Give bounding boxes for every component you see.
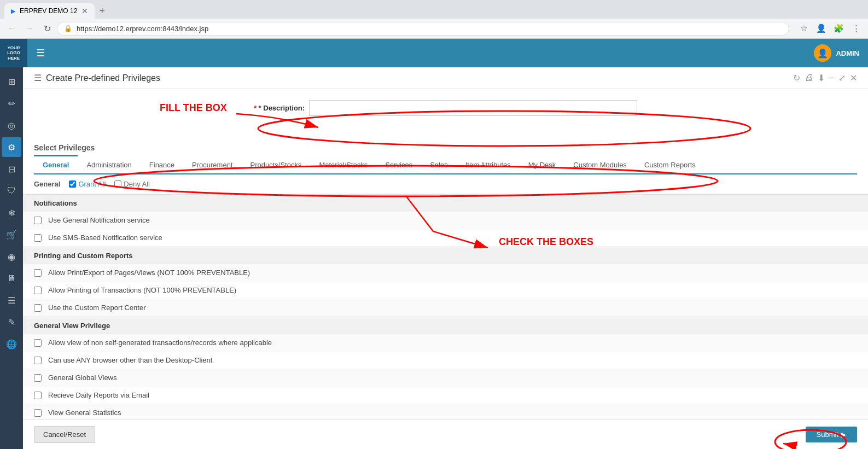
user-name: ADMIN	[836, 49, 859, 57]
sidebar-item-cart[interactable]: 🛒	[2, 225, 21, 244]
browser-chrome: ▶ ERPREV DEMO 12 ✕ + ← → ↻ 🔒 https://dem…	[0, 0, 868, 39]
sidebar-item-target[interactable]: ◉	[2, 247, 21, 266]
sidebar-item-settings[interactable]: ⚙	[2, 137, 21, 157]
tab-my-desk[interactable]: My Desk	[520, 156, 565, 174]
tab-general[interactable]: General	[34, 156, 78, 174]
tab-finance[interactable]: Finance	[141, 156, 183, 174]
sidebar-item-dashboard[interactable]: ⊞	[2, 72, 21, 91]
sidebar-item-layers[interactable]: ☰	[2, 290, 21, 310]
sidebar-item-edit[interactable]: ✏	[2, 94, 21, 113]
download-button[interactable]: ⬇	[818, 73, 825, 83]
checkbox-non-self-generated-label[interactable]: Allow view of non self-generated transac…	[48, 339, 272, 347]
back-button[interactable]: ←	[4, 21, 20, 36]
notifications-section: Notifications Use General Notification s…	[23, 194, 868, 247]
hamburger-button[interactable]: ☰	[36, 47, 45, 59]
tab-material-stocks[interactable]: Material/Stocks	[310, 156, 376, 174]
cancel-button[interactable]: Cancel/Reset	[34, 426, 95, 443]
tab-administration[interactable]: Administration	[78, 156, 140, 174]
tab-products-stocks[interactable]: Products/Stocks	[241, 156, 310, 174]
new-tab-button[interactable]: +	[99, 6, 105, 16]
main-content: ☰ Create Pre-defined Privileges ↻ 🖨 ⬇ – …	[23, 67, 868, 449]
expand-button[interactable]: ⤢	[838, 73, 846, 83]
checkbox-non-self-generated[interactable]	[34, 339, 42, 347]
sidebar-item-pencil[interactable]: ✎	[2, 312, 21, 332]
tab-procurement[interactable]: Procurement	[183, 156, 241, 174]
tab-content: General Grant All Deny All Notifications	[23, 174, 868, 422]
form-area: * * Description:	[23, 89, 868, 138]
sidebar-item-snowflake[interactable]: ❄	[2, 203, 21, 223]
tab-sales[interactable]: Sales	[421, 156, 457, 174]
address-text: https://demo12.erprev.com:8443/index.jsp	[77, 25, 782, 33]
print-button[interactable]: 🖨	[805, 73, 813, 83]
tab-close-button[interactable]: ✕	[81, 7, 88, 15]
checkbox-print-export-label[interactable]: Allow Print/Export of Pages/Views (NOT 1…	[48, 269, 250, 277]
logo: YOUR LOGO HERE	[0, 39, 27, 67]
checkbox-print-transactions-label[interactable]: Allow Printing of Transactions (NOT 100%…	[48, 286, 236, 294]
submit-button[interactable]: Submit ▶	[806, 427, 857, 442]
browser-tab[interactable]: ▶ ERPREV DEMO 12 ✕	[4, 3, 95, 19]
tab-custom-reports[interactable]: Custom Reports	[636, 156, 704, 174]
list-item: General Global Views	[23, 369, 868, 387]
checkbox-print-transactions[interactable]	[34, 287, 42, 294]
sidebar-item-globe[interactable]: 🌐	[2, 334, 21, 354]
bookmark-button[interactable]: ☆	[796, 21, 811, 36]
checkbox-any-browser[interactable]	[34, 357, 42, 364]
checkbox-custom-report-label[interactable]: Use the Custom Report Center	[48, 304, 145, 312]
deny-all-checkbox[interactable]	[114, 180, 121, 188]
checkbox-global-views-label[interactable]: General Global Views	[48, 374, 117, 382]
checkbox-daily-reports[interactable]	[34, 392, 42, 399]
required-star: *	[254, 104, 257, 112]
checkbox-general-stats[interactable]	[34, 409, 42, 417]
reload-button[interactable]: ↻	[39, 21, 55, 36]
address-bar[interactable]: 🔒 https://demo12.erprev.com:8443/index.j…	[57, 22, 789, 36]
nav-extras: ☆ 👤 🧩 ⋮	[796, 21, 864, 36]
checkbox-notification-general[interactable]	[34, 217, 42, 224]
list-item: Allow Printing of Transactions (NOT 100%…	[23, 282, 868, 299]
forward-button[interactable]: →	[22, 21, 37, 36]
sidebar-item-list[interactable]: ⊟	[2, 159, 21, 179]
general-view-section: General View Privilege Allow view of non…	[23, 317, 868, 422]
refresh-button[interactable]: ↻	[793, 73, 800, 83]
description-input[interactable]	[309, 100, 637, 116]
page-title: Create Pre-defined Privileges	[46, 73, 160, 83]
checkbox-custom-report[interactable]	[34, 304, 42, 312]
checkbox-global-views[interactable]	[34, 374, 42, 382]
general-view-header: General View Privilege	[23, 317, 868, 334]
user-account-button[interactable]: 👤	[813, 21, 829, 36]
checkbox-any-browser-label[interactable]: Can use ANY browser other than the Deskt…	[48, 356, 212, 364]
sidebar-item-monitor[interactable]: 🖥	[2, 269, 21, 288]
scrollable-content: FILL THE BOX CHECK THE BOXES	[23, 89, 868, 449]
checkbox-print-export[interactable]	[34, 269, 42, 277]
sidebar-item-circle[interactable]: ◎	[2, 115, 21, 135]
checkbox-daily-reports-label[interactable]: Recieve Daily Reports via Email	[48, 391, 149, 399]
extensions-button[interactable]: 🧩	[831, 21, 846, 36]
checkbox-notification-general-label[interactable]: Use General Notification service	[48, 216, 150, 224]
select-privileges-section: Select Privileges General Administration…	[23, 138, 868, 174]
minimize-button[interactable]: –	[829, 73, 834, 83]
grant-all-checkbox[interactable]	[69, 180, 76, 188]
page-title-icon: ☰	[34, 73, 42, 83]
avatar: 👤	[814, 44, 831, 62]
checkbox-general-stats-label[interactable]: View General Statistics	[48, 409, 121, 417]
tabs-container: General Administration Finance Procureme…	[34, 156, 857, 174]
page-header: ☰ Create Pre-defined Privileges ↻ 🖨 ⬇ – …	[23, 67, 868, 89]
deny-all-label[interactable]: Deny All	[114, 180, 150, 188]
tab-services[interactable]: Services	[376, 156, 421, 174]
app-header: YOUR LOGO HERE ☰ 👤 ADMIN	[0, 39, 868, 67]
deny-all-text: Deny All	[124, 180, 150, 188]
checkbox-notification-sms-label[interactable]: Use SMS-Based Notification service	[48, 234, 162, 242]
page-title-area: ☰ Create Pre-defined Privileges	[34, 73, 160, 83]
tab-custom-modules[interactable]: Custom Modules	[564, 156, 636, 174]
tab-item-attributes[interactable]: Item Attributes	[457, 156, 520, 174]
printing-header: Printing and Custom Reports	[23, 247, 868, 264]
sidebar-item-shield[interactable]: 🛡	[2, 181, 21, 201]
secure-icon: 🔒	[64, 25, 72, 32]
nav-bar: ← → ↻ 🔒 https://demo12.erprev.com:8443/i…	[0, 19, 868, 38]
grant-all-label[interactable]: Grant All	[69, 180, 106, 188]
checkbox-notification-sms[interactable]	[34, 234, 42, 242]
menu-button[interactable]: ⋮	[848, 21, 864, 36]
description-label-text: * Description:	[259, 104, 305, 112]
list-item: Recieve Daily Reports via Email	[23, 387, 868, 404]
close-button[interactable]: ✕	[850, 73, 857, 83]
list-item: Can use ANY browser other than the Deskt…	[23, 352, 868, 369]
